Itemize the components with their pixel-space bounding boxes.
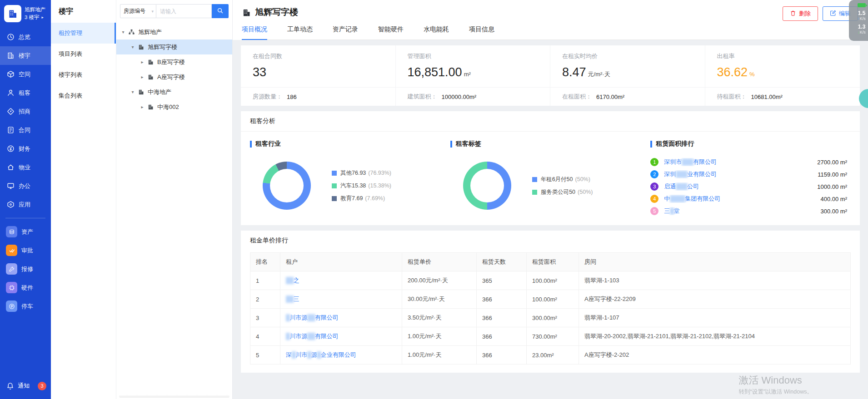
caret-down-icon[interactable]: ▾ bbox=[130, 44, 136, 49]
sidebar-item-notifications[interactable]: 通知 3 bbox=[0, 375, 51, 399]
sidebar-item-property[interactable]: 物业 bbox=[0, 158, 51, 177]
area-rank-row: 4中████集团有限公司400.00 m² bbox=[650, 195, 847, 203]
submenu-item[interactable]: 租控管理 bbox=[51, 23, 116, 44]
watermark-line2: 转到“设置”以激活 Windows。 bbox=[738, 388, 813, 396]
sidebar-item-building[interactable]: 楼宇 bbox=[0, 46, 51, 65]
tenant-link[interactable]: 深圳市███有限公司 bbox=[664, 158, 813, 166]
caret-down-icon[interactable]: ▾ bbox=[130, 89, 136, 94]
search-type-select[interactable]: 房源编号 ▾ bbox=[120, 4, 156, 18]
area-rank-row: 2深圳███业有限公司1159.00 m² bbox=[650, 170, 847, 178]
leasing-icon bbox=[7, 108, 15, 115]
delete-label: 删除 bbox=[799, 10, 811, 18]
search-button[interactable] bbox=[212, 4, 229, 18]
caret-right-icon[interactable]: ▸ bbox=[139, 74, 145, 79]
tree-search-row: 房源编号 ▾ bbox=[116, 0, 232, 23]
building-icon bbox=[242, 8, 251, 17]
sidebar-item-label: 租客 bbox=[19, 89, 30, 97]
tenant-link[interactable]: █川市源██有限公司 bbox=[286, 333, 339, 340]
tree-node[interactable]: ▸中海002 bbox=[116, 99, 232, 114]
tree-panel: 房源编号 ▾ ▾旭辉地产▾旭辉写字楼▸B座写字楼▸A座写字楼▾中海地产▸中海00… bbox=[116, 0, 233, 399]
sidebar-item-tenant[interactable]: 租客 bbox=[0, 84, 51, 102]
tree-node-label: 中海002 bbox=[157, 103, 179, 111]
sidebar-app-parking[interactable]: 停车 bbox=[0, 297, 51, 315]
notifications-label: 通知 bbox=[18, 382, 30, 390]
sidebar-app-asset[interactable]: 资产 bbox=[0, 222, 51, 241]
tab-智能硬件[interactable]: 智能硬件 bbox=[378, 25, 404, 40]
tenant-link[interactable]: 三█堂 bbox=[664, 207, 817, 215]
rank-area-value: 300.00 m² bbox=[820, 208, 847, 215]
tree-node-label: B座写字楼 bbox=[157, 58, 185, 66]
tab-工单动态[interactable]: 工单动态 bbox=[287, 25, 313, 40]
sidebar-item-office[interactable]: 办公 bbox=[0, 177, 51, 195]
tenant-link[interactable]: █川市源██有限公司 bbox=[286, 314, 339, 321]
tenant-link[interactable]: 启通███公司 bbox=[664, 182, 813, 191]
column-header-房间: 房间 bbox=[579, 253, 851, 271]
sidebar-main-nav: 总览楼宇空间租客招商合同财务物业办公应用 bbox=[0, 28, 51, 214]
submenu-item[interactable]: 楼宇列表 bbox=[51, 64, 116, 85]
sidebar-item-leasing[interactable]: 招商 bbox=[0, 102, 51, 121]
content-area: 在租合同数33管理面积16,851.00m²在租实时均价8.47元/m²·天出租… bbox=[233, 40, 868, 399]
tree-node[interactable]: ▾中海地产 bbox=[116, 84, 232, 99]
brand-switcher[interactable]: 旭辉地产 3 楼宇▸ bbox=[0, 0, 51, 28]
building-solid-icon bbox=[138, 89, 145, 96]
netspeed-widget[interactable]: 1.5 ↑K/s 1.3 ↓K/s bbox=[849, 0, 868, 41]
brand-expand-icon[interactable]: ▸ bbox=[42, 15, 44, 21]
tree-node[interactable]: ▸A座写字楼 bbox=[116, 69, 232, 84]
delete-button[interactable]: 删除 bbox=[783, 6, 818, 21]
stat-在租实时均价: 在租实时均价8.47元/m²·天 bbox=[550, 45, 705, 87]
tree-node[interactable]: ▾旭辉地产 bbox=[116, 25, 232, 39]
property-icon bbox=[7, 163, 15, 171]
tab-项目信息[interactable]: 项目信息 bbox=[469, 25, 494, 40]
sidebar-app-label: 资产 bbox=[21, 228, 33, 236]
sidebar-item-space[interactable]: 空间 bbox=[0, 65, 51, 84]
tab-水电能耗[interactable]: 水电能耗 bbox=[424, 25, 449, 40]
tenant-link[interactable]: 中████集团有限公司 bbox=[664, 195, 817, 203]
tree-node[interactable]: ▸B座写字楼 bbox=[116, 54, 232, 69]
sidebar-item-label: 招商 bbox=[19, 108, 30, 116]
caret-right-icon[interactable]: ▸ bbox=[139, 104, 145, 109]
rent-rank-card: 租金单价排行 排名租户租赁单价租赁天数租赁面积房间1██之200.00元/m²·… bbox=[241, 231, 860, 373]
sidebar-app-approval[interactable]: 审批 bbox=[0, 241, 51, 260]
tenant-link[interactable]: 深圳███业有限公司 bbox=[664, 170, 814, 178]
tenant-link[interactable]: ██三 bbox=[286, 296, 299, 302]
substat-在租面积：: 在租面积：6170.00m² bbox=[550, 87, 705, 106]
building-solid-icon bbox=[138, 44, 145, 51]
notifications-badge: 3 bbox=[38, 382, 46, 390]
legend-item: 服务类公司50(50%) bbox=[532, 188, 593, 196]
tab-项目概况[interactable]: 项目概况 bbox=[242, 25, 267, 40]
area-rank-row: 1深圳市███有限公司2700.00 m² bbox=[650, 158, 847, 166]
sidebar-item-apps[interactable]: 应用 bbox=[0, 195, 51, 214]
legend-swatch bbox=[332, 171, 337, 176]
sidebar-divider bbox=[5, 218, 45, 218]
sidebar-item-contract[interactable]: 合同 bbox=[0, 121, 51, 139]
legend-item: 汽车15.38(15.38%) bbox=[332, 182, 391, 190]
sidebar-app-repair[interactable]: 报修 bbox=[0, 260, 51, 278]
tab-资产记录[interactable]: 资产记录 bbox=[333, 25, 358, 40]
sidebar-item-label: 合同 bbox=[19, 126, 30, 134]
main-header: 旭辉写字楼 删除 编辑 项目概况工单动态资产记录智能硬件水电能耗项目信息 bbox=[233, 0, 868, 40]
tree-node[interactable]: ▾旭辉写字楼 bbox=[116, 39, 232, 54]
sidebar-app-hardware[interactable]: 硬件 bbox=[0, 278, 51, 297]
caret-right-icon[interactable]: ▸ bbox=[139, 59, 145, 64]
submenu-item[interactable]: 集合列表 bbox=[51, 85, 116, 106]
sidebar-app-label: 硬件 bbox=[21, 284, 33, 292]
building-solid-icon bbox=[147, 59, 155, 66]
sidebar-item-finance[interactable]: 财务 bbox=[0, 139, 51, 158]
table-row: 3█川市源██有限公司3.50元/m²·天366300.00m²翡翠湖-1-10… bbox=[250, 309, 851, 327]
sidebar-item-overview[interactable]: 总览 bbox=[0, 28, 51, 46]
legend-swatch bbox=[332, 196, 337, 201]
watermark-line1: 激活 Windows bbox=[738, 374, 813, 387]
tenant-icon bbox=[7, 89, 15, 97]
horizontal-scrollbar[interactable] bbox=[119, 395, 229, 398]
tags-legend: 年租6月付50(50%)服务类公司50(50%) bbox=[532, 176, 593, 196]
industry-donut bbox=[263, 162, 311, 210]
download-unit: K/s bbox=[860, 30, 866, 34]
table-row: 1██之200.00元/m²·天365100.00m²翡翠湖-1-103 bbox=[250, 271, 851, 290]
caret-down-icon[interactable]: ▾ bbox=[120, 30, 126, 34]
tenant-link[interactable]: 深█川市█源█企业有限公司 bbox=[286, 351, 356, 358]
tenant-link[interactable]: ██之 bbox=[286, 277, 299, 284]
tree-search-input[interactable] bbox=[156, 4, 212, 18]
submenu-item[interactable]: 项目列表 bbox=[51, 44, 116, 64]
trash-icon bbox=[790, 10, 796, 18]
tree-node-label: 中海地产 bbox=[148, 88, 171, 96]
